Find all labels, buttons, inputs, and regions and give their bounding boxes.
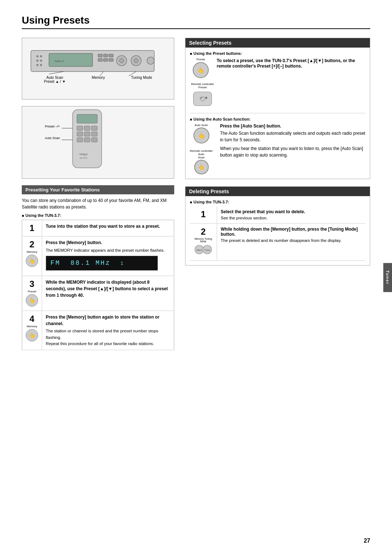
remote-controller-icon: Remote controllerPreset – + [190,82,215,109]
svg-rect-10 [109,54,113,57]
auto-scan-button-icon: 👆 [193,127,209,143]
table-row: 2 Memory Tuning Mode Mem Tune While hold… [190,224,366,261]
page-container: Using Presets [0,0,392,555]
remote-diagram: Integra RC-873 Preset –/+ Auto Scan [22,106,174,179]
auto-scan-icons: Auto Scan 👆 Remote controllerAutoScan 👆 [190,123,213,174]
table-row: 1 Tune into the station that you want to… [22,220,174,236]
svg-point-18 [147,57,154,64]
hand-icon-4: 👆 [29,332,35,338]
selecting-header: Selecting Presets [185,38,370,48]
table-row: 1 Select the preset that you want to del… [190,206,366,224]
auto-scan-row: Auto Scan 👆 Remote controllerAutoScan 👆 [190,123,366,174]
step-4-content: Press the [Memory] button again to store… [42,311,174,350]
svg-point-1 [36,55,38,57]
svg-point-17 [134,58,138,63]
table-row: 2 Memory 👆 Press the [Memory] button. Th… [22,236,174,276]
svg-point-6 [40,64,42,66]
table-row: 4 Memory 👆 Press the [Memory] button aga… [22,311,174,350]
svg-text:TUN-3.7: TUN-3.7 [54,60,64,62]
svg-rect-25 [77,126,83,130]
preset-text-content: To select a preset, use the TUN-3.7's Pr… [217,58,366,69]
steps-table: 1 Tune into the station that you want to… [22,220,174,350]
page-number: 27 [364,538,370,544]
step-1-content: Tune into the station that you want to s… [42,220,174,236]
remote-preset-svg: – + [192,90,213,108]
tuner-diagram: TUN-3.7 Auto Scan Preset ▲ / ▼ Memory [22,38,174,100]
remote-svg: Integra RC-873 Preset –/+ Auto Scan [29,108,167,177]
svg-text:Mem: Mem [196,249,202,251]
step-4-num: 4 Memory 👆 [22,311,42,350]
left-column: TUN-3.7 Auto Scan Preset ▲ / ▼ Memory [22,38,174,350]
delete-step-1-num: 1 [190,206,217,224]
side-tab: Tuner [383,263,392,292]
page-title: Using Presets [22,15,370,29]
presetting-desc: You can store any combination of up to 4… [22,197,174,210]
using-tun-delete-label: Using the TUN-3.7: [190,200,366,204]
step-3-content: While the MEMORY indicator is displayed … [42,276,174,311]
svg-rect-8 [98,54,102,57]
divider-1 [190,113,366,113]
deleting-presets-section: Deleting Presets Using the TUN-3.7: 1 Se… [185,186,370,266]
svg-rect-11 [98,58,102,61]
autoscan-device-icon: Auto Scan 👆 [193,123,209,143]
svg-rect-31 [77,138,83,142]
tuner-svg: TUN-3.7 [27,43,158,80]
delete-step-2-icon: Mem Tune [193,243,213,256]
using-tun-label: Using the TUN-3.7: [22,213,174,218]
using-autoscan-label: Using the Auto Scan function: [190,117,366,121]
svg-rect-9 [103,54,108,57]
svg-rect-40 [193,92,212,106]
label-memory: Memory [92,76,105,84]
svg-point-15 [119,58,124,63]
label-tuning-mode: Tuning Mode [131,76,152,84]
step-2-content: Press the [Memory] button. The MEMORY in… [42,236,174,276]
svg-text:Tune: Tune [204,249,210,251]
using-preset-label: Using the Preset buttons: [190,51,366,56]
svg-rect-30 [91,132,97,136]
svg-text:Auto Scan: Auto Scan [45,136,60,140]
presetting-section: Presetting Your Favorite Stations You ca… [22,185,174,350]
svg-text:Preset –/+: Preset –/+ [45,125,60,128]
preset-icon-group: Preset 👆 [190,58,212,78]
step-3-num: 3 Preset 👆 [22,276,42,311]
svg-rect-26 [84,126,90,130]
label-auto-scan: Auto Scan Preset ▲ / ▼ [44,76,66,84]
autoscan-remote-icon: Remote controllerAutoScan 👆 [190,149,213,174]
svg-point-3 [36,60,38,62]
svg-text:+: + [205,95,208,101]
svg-rect-28 [77,132,83,136]
main-layout: TUN-3.7 Auto Scan Preset ▲ / ▼ Memory [22,38,370,350]
step-1-num: 1 [22,220,42,236]
delete-step-1-content: Select the preset that you want to delet… [217,206,366,224]
svg-rect-24 [77,114,97,123]
table-row: 3 Preset 👆 While the MEMORY indicator is… [22,276,174,311]
preset-button-icon: 👆 [193,62,209,78]
hand-icon-2: 👆 [29,258,35,264]
svg-text:RC-873: RC-873 [80,157,87,159]
svg-rect-33 [91,138,97,142]
preset-icons-row: Preset 👆 To select a preset, use the TUN… [190,58,366,78]
autoscan-text: Press the [Auto Scan] button. The Auto S… [218,123,366,158]
svg-point-5 [36,64,38,66]
delete-steps-table: 1 Select the preset that you want to del… [190,206,366,261]
selecting-presets-section: Selecting Presets Using the Preset butto… [185,38,370,179]
presetting-header: Presetting Your Favorite Stations [22,185,174,194]
fm-display: FM 88.1 MHz 1 [46,256,158,271]
svg-line-20 [49,72,64,74]
remote-preset-row: Remote controllerPreset – + [190,82,366,109]
auto-scan-remote-icon: 👆 [194,160,209,174]
step-2-num: 2 Memory 👆 [22,236,42,276]
svg-rect-13 [109,58,113,61]
delete-step-2-num: 2 Memory Tuning Mode Mem Tune [190,224,217,261]
svg-point-4 [40,60,42,62]
right-column: Selecting Presets Using the Preset butto… [185,38,370,350]
svg-point-2 [40,55,42,57]
deleting-header: Deleting Presets [185,187,370,196]
svg-rect-32 [84,138,90,142]
delete-step-2-content: While holding down the [Memory] button, … [217,224,366,261]
svg-rect-29 [84,132,90,136]
svg-text:Integra: Integra [79,153,87,156]
svg-rect-27 [91,126,97,130]
hand-icon-3: 👆 [29,297,35,303]
svg-text:–: – [200,95,203,101]
